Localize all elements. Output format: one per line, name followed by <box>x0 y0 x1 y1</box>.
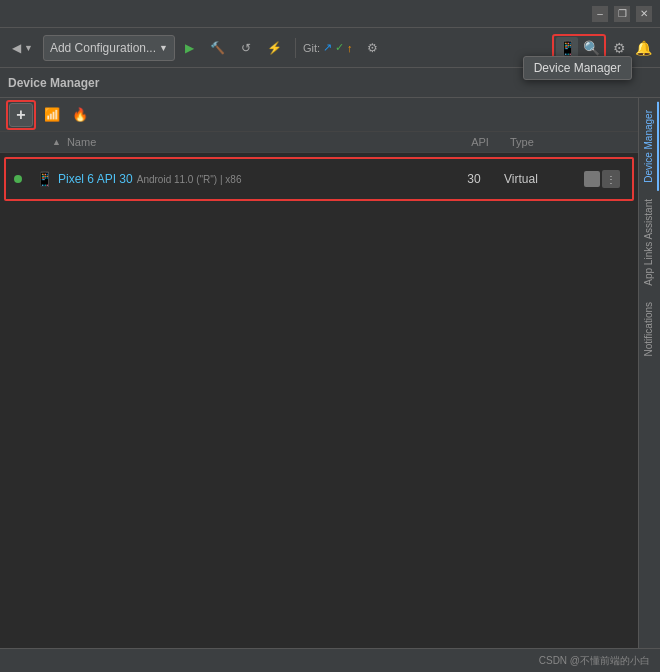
device-name-col: Pixel 6 API 30 Android 11.0 ("R") | x86 <box>58 172 444 186</box>
add-config-dropdown-icon: ▼ <box>159 43 168 53</box>
tab-notifications-label: Notifications <box>643 302 654 356</box>
phone-icon: 📱 <box>34 169 54 189</box>
device-name: Pixel 6 API 30 <box>58 172 133 186</box>
git-branch-icon: ↗ <box>323 41 332 54</box>
name-col-label: Name <box>67 136 96 148</box>
notifications-icon: 🔔 <box>635 40 652 56</box>
tab-app-links-label: App Links Assistant <box>643 199 654 286</box>
bottom-bar: CSDN @不懂前端的小白 <box>0 648 660 672</box>
api-col-header: API <box>450 136 510 148</box>
title-bar-controls: – ❐ ✕ <box>592 6 652 22</box>
right-tabs: Device Manager App Links Assistant Notif… <box>638 98 660 672</box>
git-section: Git: ↗ ✓ ↑ <box>303 41 353 54</box>
toolbar-separator <box>295 38 296 58</box>
rerun-icon: ↺ <box>241 41 251 55</box>
profile-button[interactable]: ⚡ <box>261 35 288 61</box>
tab-notifications[interactable]: Notifications <box>640 294 659 364</box>
panel-toolbar: + 📶 🔥 <box>0 98 638 132</box>
git-check-icon: ✓ <box>335 41 344 54</box>
search-toolbar-icon: 🔍 <box>583 40 600 56</box>
attribution-text: CSDN @不懂前端的小白 <box>539 654 650 668</box>
device-type-icon: 📱 <box>34 169 58 189</box>
add-configuration-button[interactable]: Add Configuration... ▼ <box>43 35 175 61</box>
rerun-button[interactable]: ↺ <box>235 35 257 61</box>
fire-button[interactable]: 🔥 <box>68 103 92 127</box>
notifications-button[interactable]: 🔔 <box>632 37 654 59</box>
maximize-button[interactable]: ❐ <box>614 6 630 22</box>
close-button[interactable]: ✕ <box>636 6 652 22</box>
device-subtext: Android 11.0 ("R") | x86 <box>137 174 242 185</box>
back-icon: ◀ <box>12 41 21 55</box>
wifi-button[interactable]: 📶 <box>40 103 64 127</box>
device-manager-icon: 📱 <box>559 40 576 56</box>
tooltip-text: Device Manager <box>534 61 621 75</box>
add-config-label: Add Configuration... <box>50 41 156 55</box>
table-row[interactable]: 📱 Pixel 6 API 30 Android 11.0 ("R") | x8… <box>4 157 634 201</box>
settings-icon: ⚙ <box>613 40 626 56</box>
add-device-button[interactable]: + <box>9 103 33 127</box>
device-api: 30 <box>444 172 504 186</box>
back-dropdown-icon: ▼ <box>24 43 33 53</box>
git-label: Git: <box>303 42 320 54</box>
wifi-icon: 📶 <box>44 107 60 122</box>
sort-arrow-icon: ▲ <box>52 137 61 147</box>
git-up-icon: ↑ <box>347 42 353 54</box>
minimize-button[interactable]: – <box>592 6 608 22</box>
profile-icon: ⚡ <box>267 41 282 55</box>
title-bar: – ❐ ✕ <box>0 0 660 28</box>
run-button[interactable]: ▶ <box>179 35 200 61</box>
back-button[interactable]: ◀ ▼ <box>6 35 39 61</box>
tab-app-links[interactable]: App Links Assistant <box>640 191 659 294</box>
device-type: Virtual <box>504 172 584 186</box>
device-panel: + 📶 🔥 ▲ Name API Type <box>0 98 638 672</box>
tab-device-manager[interactable]: Device Manager <box>640 102 659 191</box>
panel-title: Device Manager <box>8 76 99 90</box>
stop-device-button[interactable] <box>584 171 600 187</box>
add-device-highlight: + <box>6 100 36 130</box>
build-button[interactable]: 🔨 <box>204 35 231 61</box>
fire-icon: 🔥 <box>72 107 88 122</box>
name-col-header[interactable]: ▲ Name <box>52 136 450 148</box>
device-row-actions: ⋮ <box>584 170 624 188</box>
tab-device-manager-label: Device Manager <box>643 110 654 183</box>
type-col-header: Type <box>510 136 590 148</box>
git-settings-icon: ⚙ <box>367 41 378 55</box>
status-dot <box>14 175 22 183</box>
device-manager-tooltip: Device Manager <box>523 56 632 80</box>
device-status-indicator <box>14 175 34 183</box>
git-settings-button[interactable]: ⚙ <box>361 35 384 61</box>
run-icon: ▶ <box>185 41 194 55</box>
main-area: + 📶 🔥 ▲ Name API Type <box>0 98 660 672</box>
build-icon: 🔨 <box>210 41 225 55</box>
add-icon: + <box>16 106 25 124</box>
more-actions-button[interactable]: ⋮ <box>602 170 620 188</box>
table-header: ▲ Name API Type <box>0 132 638 153</box>
